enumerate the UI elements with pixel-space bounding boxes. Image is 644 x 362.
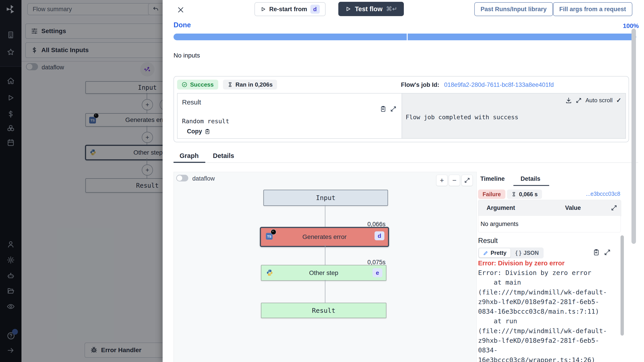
job-id-link[interactable]: 018e9fa2-280d-7611-bc8f-133a8ee401fd	[444, 82, 554, 88]
play-icon	[345, 6, 351, 12]
hourglass-icon	[228, 82, 233, 87]
pen-icon	[483, 250, 488, 256]
step-result-actions	[592, 249, 611, 256]
success-label: Success	[190, 81, 214, 88]
step-id-badge: d	[374, 231, 384, 240]
log-box: Auto scroll ✓ Flow job completed with su…	[402, 93, 626, 139]
copy-label: Copy	[187, 128, 202, 135]
error-stack-trace: Error: Division by zero error at main (f…	[478, 268, 614, 362]
test-flow-shortcut: ⌘↵	[386, 5, 397, 13]
past-runs-button[interactable]: Past Runs/Input library	[474, 2, 553, 16]
pretty-toggle[interactable]: Pretty	[479, 248, 510, 257]
result-view-switch: Pretty { } JSON	[478, 247, 544, 258]
fit-view-button[interactable]	[462, 175, 473, 186]
node-label: Generates error	[302, 233, 346, 240]
download-icon[interactable]	[565, 97, 572, 104]
success-badge: Success	[177, 80, 218, 90]
failure-badge: Failure	[478, 189, 505, 199]
expand-icon[interactable]	[576, 97, 582, 104]
restart-step-badge: d	[310, 5, 320, 14]
check-circle-icon	[182, 82, 188, 88]
value-column-header: Value	[565, 204, 581, 211]
test-flow-button[interactable]: Test flow ⌘↵	[338, 2, 404, 16]
test-flow-drawer: Re-start from d Test flow ⌘↵ Past Runs/I…	[162, 0, 644, 362]
graph-node-other-step[interactable]: Other step e	[261, 265, 386, 281]
no-inputs-text: No inputs	[174, 52, 200, 59]
past-runs-label: Past Runs/Input library	[480, 6, 547, 13]
error-title: Error: Division by zero error	[478, 259, 564, 267]
app-root: Flow summary Settings All Static Inputs …	[0, 0, 644, 362]
copy-icon[interactable]	[380, 106, 386, 112]
step-result-title: Result	[478, 237, 498, 245]
run-duration-badge: Ran in 0,206s	[223, 80, 277, 90]
log-actions: Auto scroll ✓	[565, 97, 622, 104]
result-value: Random result	[182, 118, 229, 125]
edge	[325, 205, 325, 227]
close-icon	[177, 6, 184, 14]
copy-icon	[204, 129, 210, 134]
tab-details-underline	[514, 185, 549, 186]
fill-args-button[interactable]: Fill args from a request	[553, 2, 632, 16]
braces-icon: { }	[516, 250, 521, 256]
no-arguments-text: No arguments	[480, 221, 518, 228]
json-label: JSON	[524, 250, 539, 256]
drawer-scrollbar-thumb[interactable]	[632, 29, 636, 244]
copy-icon[interactable]	[592, 249, 600, 256]
job-id-row: Flow's job Id: 018e9fa2-280d-7611-bc8f-1…	[401, 82, 554, 88]
progress-bar	[174, 34, 636, 40]
tab-graph-underline	[174, 162, 205, 163]
pretty-label: Pretty	[490, 250, 506, 256]
node-label: Input	[316, 194, 336, 202]
expand-icon	[464, 177, 470, 183]
autoscroll-checkbox[interactable]: ✓	[616, 97, 622, 104]
result-actions	[380, 106, 397, 112]
argument-column-header: Argument	[486, 204, 515, 211]
edge	[325, 280, 325, 303]
autoscroll-label: Auto scroll	[586, 97, 612, 104]
tab-graph[interactable]: Graph	[180, 152, 198, 160]
run-result-card: Success Ran in 0,206s Flow's job Id: 018…	[174, 76, 629, 142]
edge	[325, 245, 325, 265]
graph-dataflow-toggle[interactable]	[176, 175, 188, 181]
tabs-divider	[174, 162, 638, 163]
expand-icon[interactable]	[611, 204, 618, 211]
zoom-out-button[interactable]: −	[449, 175, 460, 186]
tab-timeline[interactable]: Timeline	[480, 175, 505, 182]
expand-icon[interactable]	[604, 249, 611, 256]
result-log-split: Result Random result Copy Au	[177, 93, 626, 139]
json-toggle[interactable]: { } JSON	[512, 248, 543, 257]
fill-args-label: Fill args from a request	[559, 6, 626, 13]
restart-label: Re-start from	[269, 6, 307, 13]
tab-step-details[interactable]: Details	[520, 175, 540, 182]
graph-node-input[interactable]: Input	[264, 190, 388, 206]
test-flow-label: Test flow	[355, 5, 382, 13]
step-id-badge: e	[372, 268, 382, 277]
run-duration-label: Ran in 0,206s	[236, 81, 272, 88]
step-job-link[interactable]: ...e3bccc03c8	[586, 191, 620, 197]
step-duration-label: 0,066 s	[519, 191, 538, 198]
result-box: Result Random result Copy	[177, 93, 402, 139]
progress-status: Done	[174, 21, 191, 29]
progress-segment	[174, 34, 407, 40]
expand-icon[interactable]	[390, 106, 397, 112]
tab-details[interactable]: Details	[213, 152, 234, 160]
job-id-label: Flow's job Id:	[401, 82, 439, 88]
args-table-header: Argument Value	[478, 200, 621, 216]
graph-node-generates-error[interactable]: TS Generates error d	[260, 227, 389, 247]
restart-from-button[interactable]: Re-start from d	[254, 2, 326, 16]
step-details-panel: Timeline Details Failure 0,066 s ...e3bc…	[478, 172, 626, 362]
zoom-in-button[interactable]: +	[436, 175, 448, 186]
copy-button[interactable]: Copy	[187, 128, 210, 135]
progress-segment	[408, 34, 636, 40]
close-button[interactable]	[175, 5, 186, 15]
result-scrollbar-thumb[interactable]	[620, 235, 624, 335]
step-duration-badge: 0,066 s	[507, 189, 542, 199]
result-title: Result	[182, 98, 201, 106]
node-label: Other step	[309, 269, 338, 276]
failure-label: Failure	[482, 191, 501, 198]
progress-percent: 100%	[623, 22, 639, 30]
deno-icon	[270, 229, 276, 235]
log-text: Flow job completed with success	[406, 114, 518, 121]
flow-graph-panel: dataflow + − Input 0,066s TS Generates e…	[174, 172, 477, 362]
graph-node-result[interactable]: Result	[261, 303, 386, 318]
